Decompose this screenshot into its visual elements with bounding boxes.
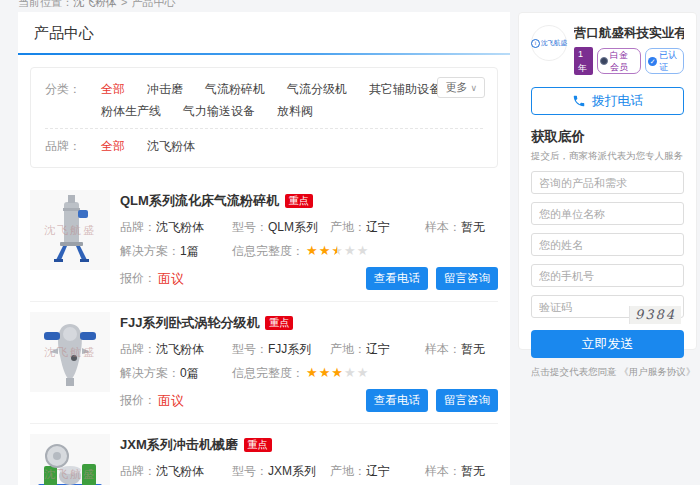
- leave-message-button[interactable]: 留言咨询: [436, 389, 498, 412]
- view-phone-button[interactable]: 查看电话: [366, 389, 428, 412]
- product-sample: 暂无: [461, 220, 485, 234]
- filter-box: 分类： 全部 冲击磨 气流粉碎机 气流分级机 其它辅助设备 粉体生产线 气力输送…: [30, 67, 498, 168]
- product-meta-row: 品牌：沈飞粉体 型号：QLM系列 产地：辽宁 样本：暂无: [120, 220, 498, 234]
- view-phone-button[interactable]: 查看电话: [366, 267, 428, 290]
- check-icon: ✓: [648, 57, 657, 66]
- product-sample: 暂无: [461, 464, 485, 478]
- product-model: JXM系列: [268, 464, 316, 478]
- category-option-auxiliary[interactable]: 其它辅助设备: [369, 78, 441, 100]
- company-name[interactable]: 营口航盛科技实业有限...: [574, 25, 684, 42]
- category-options: 全部 冲击磨 气流粉碎机 气流分级机 其它辅助设备 粉体生产线 气力输送设备 放…: [101, 78, 483, 122]
- product-image[interactable]: 沈飞航盛: [30, 190, 110, 270]
- star-icon: ★: [331, 243, 343, 258]
- get-quote-title: 获取底价: [531, 128, 684, 146]
- product-model: QLM系列: [268, 220, 318, 234]
- page: 当前位置：沈飞粉体>产品中心 产品中心 分类： 全部 冲击磨 气流粉碎机 气流分…: [0, 0, 700, 485]
- hot-badge: 重点: [265, 316, 293, 330]
- category-option-discharge-valve[interactable]: 放料阀: [277, 100, 313, 122]
- platinum-member-badge: 白金会员: [597, 48, 641, 74]
- product-price: 面议: [158, 270, 184, 288]
- product-title-link[interactable]: JXM系列冲击机械磨: [120, 436, 238, 454]
- category-option-pneumatic-conveying[interactable]: 气力输送设备: [183, 100, 255, 122]
- breadcrumb: 当前位置：沈飞粉体>产品中心: [18, 0, 175, 10]
- category-option-all[interactable]: 全部: [101, 78, 125, 100]
- product-body: FJJ系列卧式涡轮分级机 重点 品牌：沈飞粉体 型号：FJJ系列 产地：辽宁 样…: [110, 312, 498, 412]
- logo-mark-icon: i: [531, 39, 540, 48]
- breadcrumb-separator: >: [121, 0, 127, 8]
- verified-badge: ✓已认证: [645, 48, 684, 74]
- phone-number-input[interactable]: [531, 264, 684, 287]
- product-brand: 沈飞粉体: [156, 220, 204, 234]
- product-meta-row: 品牌：沈飞粉体 型号：FJJ系列 产地：辽宁 样本：暂无: [120, 342, 498, 356]
- star-icon: ★: [331, 365, 343, 380]
- product-solutions: 1篇: [180, 244, 199, 258]
- more-categories-button[interactable]: 更多∨: [437, 77, 485, 98]
- chevron-down-icon: ∨: [470, 83, 477, 93]
- rating-stars: ★★★★★: [306, 244, 369, 258]
- image-watermark: 沈飞航盛: [30, 467, 110, 482]
- category-option-jet-mill[interactable]: 气流粉碎机: [205, 78, 265, 100]
- breadcrumb-site-link[interactable]: 沈飞粉体: [73, 0, 117, 8]
- agreement-text: 点击提交代表您同意 《用户服务协议》: [531, 366, 684, 379]
- category-label: 分类：: [45, 78, 101, 122]
- star-icon: ★: [357, 243, 369, 258]
- breadcrumb-prefix: 当前位置：: [18, 0, 73, 8]
- product-meta-row2: 解决方案：0篇 信息完整度：★★★★★: [120, 366, 498, 380]
- hot-badge: 重点: [285, 194, 313, 208]
- brand-label: 品牌：: [45, 135, 101, 157]
- star-icon: ★: [306, 365, 318, 380]
- star-icon: ★: [319, 243, 331, 258]
- product-need-input[interactable]: [531, 171, 684, 194]
- user-agreement-link[interactable]: 《用户服务协议》: [619, 366, 695, 377]
- page-title: 产品中心: [18, 12, 510, 53]
- product-solutions: 0篇: [180, 366, 199, 380]
- image-watermark: 沈飞航盛: [30, 345, 110, 360]
- company-logo: i 沈飞航盛: [531, 25, 567, 61]
- product-row-fjj: 沈飞航盛 FJJ系列卧式涡轮分级机 重点 品牌：沈飞粉体 型号：FJJ系列 产地…: [30, 302, 498, 424]
- category-filter-row: 分类： 全部 冲击磨 气流粉碎机 气流分级机 其它辅助设备 粉体生产线 气力输送…: [45, 72, 483, 128]
- submit-button[interactable]: 立即发送: [531, 330, 684, 358]
- product-brand: 沈飞粉体: [156, 464, 204, 478]
- product-image[interactable]: 沈飞航盛: [30, 434, 110, 485]
- get-quote-subtitle: 提交后，商家将派代表为您专人服务: [531, 150, 684, 163]
- category-option-impact-mill[interactable]: 冲击磨: [147, 78, 183, 100]
- product-origin: 辽宁: [366, 220, 390, 234]
- product-origin: 辽宁: [366, 342, 390, 356]
- company-header: i 沈飞航盛 营口航盛科技实业有限... 1年 白金会员 ✓已认证: [531, 25, 684, 75]
- product-sample: 暂无: [461, 342, 485, 356]
- product-model: FJJ系列: [268, 342, 311, 356]
- phone-icon: [572, 94, 586, 108]
- coin-icon: [600, 57, 608, 65]
- contact-name-input[interactable]: [531, 233, 684, 256]
- leave-message-button[interactable]: 留言咨询: [436, 267, 498, 290]
- product-title-link[interactable]: QLM系列流化床气流粉碎机: [120, 192, 279, 210]
- star-icon: ★: [306, 243, 318, 258]
- company-name-input[interactable]: [531, 202, 684, 225]
- supplier-card: i 沈飞航盛 营口航盛科技实业有限... 1年 白金会员 ✓已认证 拨打电话 获…: [518, 12, 697, 350]
- captcha-image[interactable]: 9384: [629, 306, 681, 324]
- brand-option-shenfei[interactable]: 沈飞粉体: [147, 135, 195, 157]
- product-image[interactable]: 沈飞航盛: [30, 312, 110, 392]
- star-icon: ★: [357, 365, 369, 380]
- product-row-jxm: 沈飞航盛 JXM系列冲击机械磨 重点 品牌：沈飞粉体 型号：JXM系列 产地：辽…: [30, 424, 498, 485]
- hot-badge: 重点: [244, 438, 272, 452]
- product-title-link[interactable]: FJJ系列卧式涡轮分级机: [120, 314, 259, 332]
- logo-text: 沈飞航盛: [541, 39, 567, 48]
- product-origin: 辽宁: [366, 464, 390, 478]
- star-icon: ★: [344, 243, 356, 258]
- image-watermark: 沈飞航盛: [30, 223, 110, 238]
- brand-option-all[interactable]: 全部: [101, 135, 125, 157]
- rating-stars: ★★★★★: [306, 366, 369, 380]
- products-panel: 产品中心 分类： 全部 冲击磨 气流粉碎机 气流分级机 其它辅助设备 粉体生产线…: [18, 12, 510, 485]
- category-option-powder-line[interactable]: 粉体生产线: [101, 100, 161, 122]
- product-row-qlm: 沈飞航盛 QLM系列流化床气流粉碎机 重点 品牌：沈飞粉体 型号：QLM系列 产…: [30, 180, 498, 302]
- product-meta-row2: 解决方案：1篇 信息完整度：★★★★★: [120, 244, 498, 258]
- call-phone-button[interactable]: 拨打电话: [531, 87, 684, 115]
- category-option-air-classifier[interactable]: 气流分级机: [287, 78, 347, 100]
- star-icon: ★: [319, 365, 331, 380]
- title-underline: [18, 53, 510, 55]
- product-price: 面议: [158, 392, 184, 410]
- product-meta-row: 品牌：沈飞粉体 型号：JXM系列 产地：辽宁 样本：暂无: [120, 464, 498, 478]
- product-body: QLM系列流化床气流粉碎机 重点 品牌：沈飞粉体 型号：QLM系列 产地：辽宁 …: [110, 190, 498, 290]
- years-badge: 1年: [574, 47, 593, 75]
